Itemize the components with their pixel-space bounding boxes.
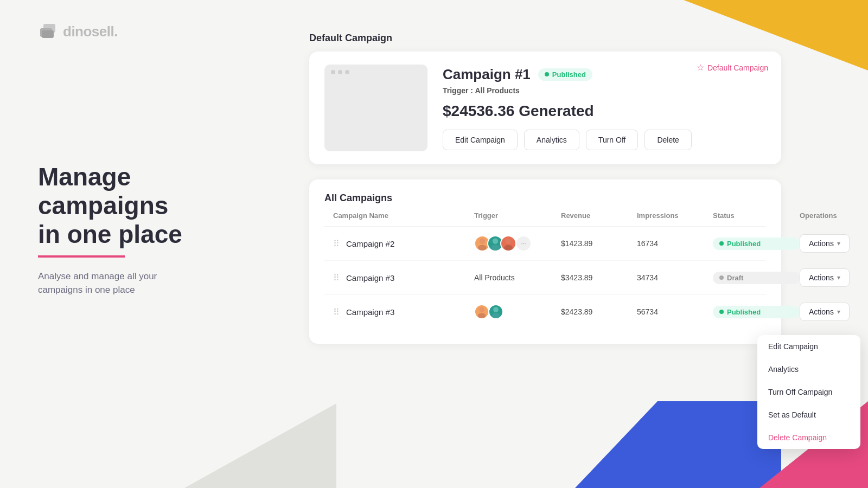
more-avatars: ··· <box>515 235 532 252</box>
chevron-down-icon-3: ▾ <box>837 308 840 316</box>
corner-decoration-bottom-gray <box>184 347 336 488</box>
svg-point-10 <box>478 313 486 318</box>
table-row: ⠿ Campaign #3 $2423.89 56734 Publi <box>324 295 766 329</box>
row2-name-cell: ⠿ Campaign #3 <box>333 273 474 283</box>
campaign-1-name: Campaign #1 <box>443 66 531 83</box>
dropdown-delete-campaign[interactable]: Delete Campaign <box>757 426 860 449</box>
row3-trigger-cell <box>474 304 561 319</box>
row2-status-badge: Draft <box>713 272 800 284</box>
dropdown-analytics[interactable]: Analytics <box>757 358 860 381</box>
hero-subtext: Analyse and manage all your campaigns in… <box>38 269 266 297</box>
svg-point-11 <box>493 307 499 312</box>
svg-point-8 <box>504 245 513 251</box>
default-campaign-badge: ☆ Default Campaign <box>697 62 768 73</box>
row2-trigger-cell: All Products <box>474 273 561 282</box>
table-row: ⠿ Campaign #3 All Products $3423.89 3473… <box>324 261 766 295</box>
default-campaign-title: Default Campaign <box>309 33 781 44</box>
svg-point-9 <box>479 307 484 312</box>
campaign-1-revenue: $24536.36 Generated <box>443 102 766 120</box>
row3-name-cell: ⠿ Campaign #3 <box>333 307 474 317</box>
corner-decoration-bottom-blue <box>575 401 781 488</box>
row2-operations-cell: Actions ▾ <box>800 268 850 287</box>
edit-campaign-button[interactable]: Edit Campaign <box>443 130 518 150</box>
row1-avatar-group: ··· <box>474 235 561 252</box>
campaign-1-actions: Edit Campaign Analytics Turn Off Delete <box>443 130 766 150</box>
col-header-trigger: Trigger <box>474 211 561 220</box>
row3-avatar-1 <box>474 304 489 319</box>
dot-1 <box>331 70 335 74</box>
actions-dropdown-menu: Edit Campaign Analytics Turn Off Campaig… <box>757 335 860 449</box>
row3-avatar-2 <box>488 304 503 319</box>
row1-operations-cell: Actions ▾ <box>800 234 850 253</box>
drag-icon-1: ⠿ <box>333 239 340 249</box>
logo: dinosell. <box>38 22 118 41</box>
default-campaign-section: Default Campaign Campaign #1 Published <box>309 33 781 164</box>
row2-actions-button[interactable]: Actions ▾ <box>800 268 850 287</box>
table-header: Campaign Name Trigger Revenue Impression… <box>324 211 766 227</box>
col-header-operations: Operations <box>800 211 837 220</box>
all-campaigns-title: All Campaigns <box>324 192 766 204</box>
status-dot-published <box>545 72 549 76</box>
drag-icon-2: ⠿ <box>333 273 340 283</box>
svg-point-3 <box>480 238 485 243</box>
campaign-1-status-text: Published <box>552 70 586 79</box>
turn-off-button[interactable]: Turn Off <box>586 130 639 150</box>
row3-actions-button[interactable]: Actions ▾ <box>800 303 850 321</box>
dot-2 <box>338 70 342 74</box>
campaign-1-trigger: Trigger : All Products <box>443 86 766 95</box>
default-campaign-card: Campaign #1 Published Trigger : All Prod… <box>309 52 781 164</box>
row3-status-badge: Published <box>713 306 800 318</box>
logo-icon <box>38 22 58 41</box>
svg-point-6 <box>491 245 500 251</box>
all-campaigns-section: All Campaigns Campaign Name Trigger Reve… <box>309 179 781 344</box>
svg-point-4 <box>478 245 487 251</box>
row1-status-badge: Published <box>713 237 800 250</box>
thumbnail-dots <box>331 70 349 74</box>
row2-status-cell: Draft <box>713 272 800 284</box>
col-header-status: Status <box>713 211 800 220</box>
heading-underline <box>38 255 125 258</box>
star-icon: ☆ <box>697 62 704 73</box>
svg-point-5 <box>493 238 498 243</box>
campaign-thumbnail <box>324 65 427 151</box>
row3-status-cell: Published <box>713 306 800 318</box>
dropdown-edit-campaign[interactable]: Edit Campaign <box>757 335 860 358</box>
row1-impressions-cell: 16734 <box>637 239 713 248</box>
row1-actions-button[interactable]: Actions ▾ <box>800 234 850 253</box>
dropdown-set-as-default[interactable]: Set as Default <box>757 403 860 426</box>
chevron-down-icon: ▾ <box>837 240 840 247</box>
row1-name-cell: ⠿ Campaign #2 <box>333 239 474 249</box>
main-panel: Default Campaign Campaign #1 Published <box>309 33 781 344</box>
analytics-button[interactable]: Analytics <box>524 130 579 150</box>
row1-status-cell: Published <box>713 237 800 250</box>
campaign-info: Campaign #1 Published Trigger : All Prod… <box>443 66 766 150</box>
dropdown-turn-off-campaign[interactable]: Turn Off Campaign <box>757 381 860 403</box>
col-header-revenue: Revenue <box>561 211 637 220</box>
logo-text: dinosell. <box>63 23 118 40</box>
row1-revenue-cell: $1423.89 <box>561 239 637 248</box>
row3-operations-cell: Actions ▾ Edit Campaign Analytics Turn O… <box>800 303 850 321</box>
drag-icon-3: ⠿ <box>333 307 340 317</box>
svg-rect-2 <box>42 30 54 38</box>
row1-status-dot <box>719 241 724 246</box>
svg-point-12 <box>492 313 500 318</box>
row3-revenue-cell: $2423.89 <box>561 307 637 316</box>
table-row: ⠿ Campaign #2 ··· $1423 <box>324 227 766 261</box>
row2-status-dot <box>719 275 724 280</box>
row3-status-dot <box>719 310 724 314</box>
row2-impressions-cell: 34734 <box>637 273 713 282</box>
campaign-1-status-badge: Published <box>538 68 592 81</box>
dot-3 <box>345 70 349 74</box>
hero-section: Manage campaigns in one place Analyse an… <box>38 163 266 297</box>
avatar-3 <box>500 235 516 252</box>
row3-impressions-cell: 56734 <box>637 307 713 316</box>
row2-revenue-cell: $3423.89 <box>561 273 637 282</box>
col-header-impressions: Impressions <box>637 211 713 220</box>
row1-trigger-cell: ··· <box>474 235 561 252</box>
svg-point-7 <box>506 238 511 243</box>
main-heading: Manage campaigns in one place <box>38 163 266 249</box>
delete-button[interactable]: Delete <box>644 130 691 150</box>
col-header-name: Campaign Name <box>333 211 474 220</box>
chevron-down-icon-2: ▾ <box>837 274 840 281</box>
